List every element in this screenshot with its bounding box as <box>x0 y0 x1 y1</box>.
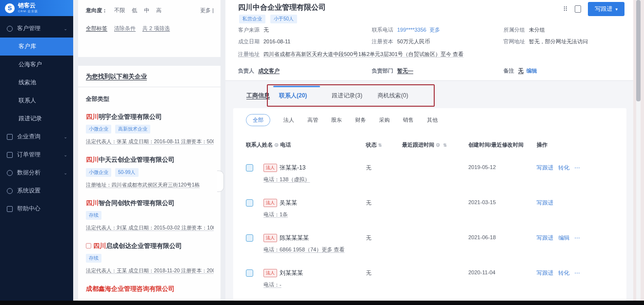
table-row[interactable]: 法人周某某某 <box>246 295 622 301</box>
copy-icon[interactable] <box>575 5 581 13</box>
all-tags-dropdown[interactable]: 全部标签 <box>86 25 107 32</box>
sort-icon[interactable]: ⇅ <box>443 143 447 148</box>
row-checkbox[interactable] <box>246 199 253 207</box>
col-phone: 电话 <box>280 142 291 148</box>
company-tag: 私营企业 <box>239 15 265 23</box>
sidebar-item-orders[interactable]: 订单管理 ⌄ <box>0 146 73 164</box>
contact-name[interactable]: 吴某某 <box>280 199 297 206</box>
company-list-item[interactable]: 四川智合同创软件管理有限公司 存续 法定代表人：刘某 成立日期：2015-03-… <box>86 199 214 231</box>
sidebar-item-public-customers[interactable]: 公海客户 <box>0 56 73 74</box>
filter-option[interactable]: 高 <box>156 7 161 14</box>
panel-collapse-handle[interactable] <box>217 171 224 192</box>
company-name-highlight: 四川 <box>93 242 106 249</box>
chip-all[interactable]: 全部 <box>246 114 270 126</box>
sidebar-item-leads[interactable]: 线索池 <box>0 74 73 92</box>
company-name: 鑫海企业管理咨询有限公司 <box>99 285 175 292</box>
tab-followup-records[interactable]: 跟进记录(3) <box>332 92 362 100</box>
convert-link[interactable]: 转化 <box>559 270 570 276</box>
more-actions-link[interactable]: ⋯ <box>575 270 581 276</box>
company-name-highlight: 四川 <box>86 156 99 163</box>
filter-option[interactable]: 不限 <box>114 7 125 14</box>
scrollbar-thumb[interactable] <box>636 0 641 101</box>
more-actions-link[interactable]: ⋯ <box>575 165 581 171</box>
sidebar-item-followups[interactable]: 跟进记录 <box>0 110 73 128</box>
filter-more-link[interactable]: 更多 | <box>200 7 214 14</box>
sort-icon[interactable]: ⇅ <box>378 143 382 148</box>
table-row[interactable]: 法人刘某某某 电话：- 无 2020-11-04 写跟进转化⋯ <box>246 260 622 295</box>
chip-purchasing[interactable]: 采购 <box>379 116 390 124</box>
write-followup-link[interactable]: 写跟进 <box>537 235 554 241</box>
created-date: 2021-06-18 <box>468 233 537 240</box>
table-row[interactable]: 法人张某某-13 电话：138（虚拟） 无 2019-05-12 写跟进转化⋯ <box>246 155 622 190</box>
contact-status: 无 <box>366 198 402 207</box>
sidebar-item-settings[interactable]: 系统设置 <box>0 182 73 200</box>
search-results-panel: 意向度： 不限 低 中 高 更多 | 全部标签 清除条件 共 2 项筛选 为您找… <box>78 0 221 301</box>
tab-contacts[interactable]: 联系人(20) <box>279 92 307 100</box>
row-checkbox[interactable] <box>246 234 253 242</box>
table-header: 联系人姓名⊙电话 状态⇅ 最近跟进时间⊙⇅ 创建时间/最近修改时间 操作 <box>246 141 617 149</box>
row-checkbox[interactable] <box>246 164 253 172</box>
sidebar-item-label: 客户库 <box>19 42 36 51</box>
chip-legal-rep[interactable]: 法人 <box>283 116 294 124</box>
phone-more-link[interactable]: 更多 <box>429 27 440 33</box>
edit-note-link[interactable]: 编辑 <box>526 68 537 74</box>
app-window: S 销客云 CRM·企业版 客户管理 ⌄ 客户库 公海客户 线索池 联系人 <box>0 0 644 305</box>
info-value: 2016-08-11 <box>263 38 290 44</box>
write-followup-link[interactable]: 写跟进 <box>537 270 554 276</box>
info-label: 注册地址 <box>238 51 260 57</box>
chip-executive[interactable]: 高管 <box>307 116 318 124</box>
result-type-label[interactable]: 全部类型 <box>86 95 214 103</box>
edit-link[interactable]: 编辑 <box>559 235 570 241</box>
write-followup-link[interactable]: 写跟进 <box>537 165 554 171</box>
write-followup-link[interactable]: 写跟进 <box>537 200 554 206</box>
sidebar-item-label: 客户管理 <box>17 24 40 33</box>
table-row[interactable]: 法人陈某某某某 电话：6866 1958（74）更多 查看 无 2021-06-… <box>246 225 622 260</box>
sidebar-item-customer-library[interactable]: 客户库 <box>0 38 73 56</box>
filter-option[interactable]: 中 <box>144 7 149 14</box>
write-followup-label: 写跟进 <box>595 5 612 13</box>
sidebar-item-label: 联系人 <box>19 96 36 105</box>
dept-value: 暂无— <box>397 68 413 74</box>
chip-finance[interactable]: 财务 <box>355 116 366 124</box>
company-list-item[interactable]: 四川中天云创企业管理有限公司 小微企业 50-99人 注册地址：四川省成都市武侯… <box>86 156 214 188</box>
more-actions-link[interactable]: ⋯ <box>575 235 581 241</box>
write-followup-button[interactable]: 写跟进 ▾ <box>588 2 624 16</box>
company-list-item[interactable]: 四川启成创达企业管理有限公司 存续 法定代表人：王某 成立日期：2018-11-… <box>86 242 214 274</box>
contact-name[interactable]: 刘某某某 <box>280 269 303 276</box>
company-name-highlight: 四川 <box>86 199 99 207</box>
chip-sales[interactable]: 销售 <box>403 116 414 124</box>
sidebar-item-contacts[interactable]: 联系人 <box>0 92 73 110</box>
convert-link[interactable]: 转化 <box>559 165 570 171</box>
row-checkbox[interactable] <box>246 269 253 277</box>
sidebar-item-analytics[interactable]: 数据分析 ⌄ <box>0 164 73 182</box>
table-row[interactable]: 法人吴某某 电话：1条 无 2021-03-15 写跟进 <box>246 190 622 225</box>
sidebar-item-label: 订单管理 <box>17 151 40 159</box>
company-checkbox[interactable] <box>86 243 91 248</box>
legal-rep-badge: 法人 <box>263 234 277 242</box>
orders-icon <box>7 152 13 158</box>
company-name: 智合同创软件管理有限公司 <box>99 199 175 207</box>
company-list-item[interactable]: 成都鑫海企业管理咨询有限公司 <box>86 285 214 293</box>
info-value: 未分组 <box>529 27 545 33</box>
sidebar-item-label: 线索池 <box>19 78 36 87</box>
col-status[interactable]: 状态 <box>366 142 377 148</box>
drag-grid-icon[interactable]: ⠿ <box>563 5 568 13</box>
clear-filters-link[interactable]: 清除条件 <box>114 25 136 32</box>
sidebar-item-label: 企业查询 <box>17 133 40 141</box>
sidebar-item-company-search[interactable]: 企业查询 ⌄ <box>0 128 73 146</box>
tab-business-info[interactable]: 工商信息 <box>246 92 270 100</box>
contact-name[interactable]: 陈某某某某 <box>280 234 309 241</box>
tab-opportunities[interactable]: 商机线索(0) <box>378 92 408 100</box>
chip-other[interactable]: 其他 <box>427 116 438 124</box>
col-last-followup[interactable]: 最近跟进时间 <box>402 142 434 148</box>
contact-name[interactable]: 张某某-13 <box>280 164 305 171</box>
col-created: 创建时间/最近修改时间 <box>468 142 523 148</box>
sidebar-item-help[interactable]: 帮助中心 <box>0 200 73 218</box>
chevron-down-icon: ⌄ <box>63 26 67 31</box>
chevron-down-icon: ⌄ <box>63 171 67 175</box>
sidebar-item-customer-mgmt[interactable]: 客户管理 ⌄ <box>0 19 73 38</box>
company-list-item[interactable]: 四川明宇企业管理有限公司 小微企业 高新技术企业 法定代表人：张某 成立日期：2… <box>86 113 214 145</box>
filter-option[interactable]: 低 <box>132 7 137 14</box>
sidebar: S 销客云 CRM·企业版 客户管理 ⌄ 客户库 公海客户 线索池 联系人 <box>0 0 73 301</box>
chip-shareholder[interactable]: 股东 <box>331 116 342 124</box>
